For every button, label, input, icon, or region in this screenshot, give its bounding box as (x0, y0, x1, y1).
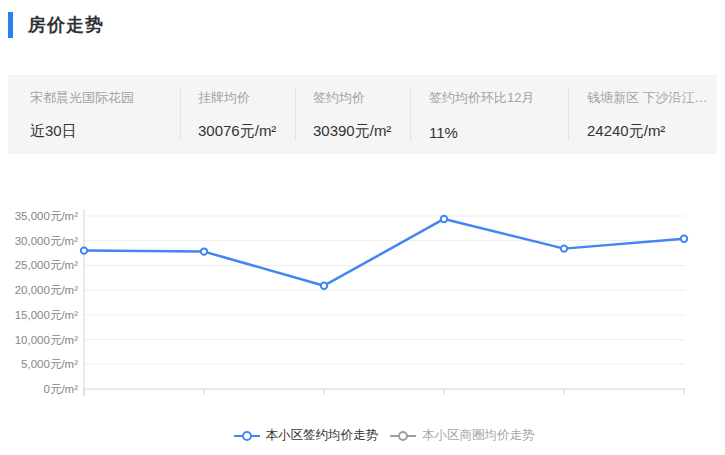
stat-label-listing-avg: 挂牌均价 (198, 89, 295, 107)
stat-community-period: 宋都晨光国际花园 近30日 (8, 89, 180, 141)
y-axis-tick-label: 20,000元/m² (15, 284, 78, 296)
price-trend-line-chart[interactable]: 0元/m²5,000元/m²10,000元/m²15,000元/m²20,000… (0, 195, 725, 410)
stat-value-period: 近30日 (30, 122, 180, 141)
legend-label-district-avg: 本小区商圈均价走势 (422, 427, 535, 444)
data-point-marker[interactable] (321, 282, 327, 288)
stat-mom-change: 签约均价环比12月 11% (410, 89, 568, 141)
legend-item-district-avg-trend[interactable]: 本小区商圈均价走势 (390, 427, 535, 444)
stat-label-signed-avg: 签约均价 (313, 89, 410, 107)
data-point-marker[interactable] (561, 245, 567, 251)
y-axis-tick-label: 25,000元/m² (15, 259, 78, 271)
stat-value-district-avg: 24240元/m² (587, 122, 717, 141)
section-header: 房价走势 (8, 12, 104, 38)
legend-dot (398, 431, 408, 441)
legend-item-signed-avg-trend[interactable]: 本小区签约均价走势 (234, 427, 379, 444)
legend-label-signed-avg: 本小区签约均价走势 (266, 427, 379, 444)
data-point-marker[interactable] (441, 216, 447, 222)
stat-label-district: 钱塘新区 下沙沿江… (587, 89, 717, 107)
stat-value-signed-avg: 30390元/m² (313, 122, 410, 141)
stat-label-mom-change: 签约均价环比12月 (429, 89, 568, 107)
y-axis-tick-label: 30,000元/m² (15, 235, 78, 247)
stat-district-avg-price: 钱塘新区 下沙沿江… 24240元/m² (568, 89, 717, 141)
y-axis-tick-label: 5,000元/m² (21, 358, 78, 370)
legend-dot (242, 431, 252, 441)
page-title: 房价走势 (28, 13, 104, 37)
chart-legend: 本小区签约均价走势 本小区商圈均价走势 (84, 427, 684, 444)
data-point-marker[interactable] (81, 247, 87, 253)
stat-value-mom-change: 11% (429, 124, 568, 141)
data-point-marker[interactable] (681, 236, 687, 242)
stat-label-community: 宋都晨光国际花园 (30, 89, 180, 107)
data-point-marker[interactable] (201, 248, 207, 254)
stat-value-listing-avg: 30076元/m² (198, 122, 295, 141)
title-accent-bar (8, 12, 13, 38)
line-circle-icon (234, 430, 260, 442)
y-axis-tick-label: 0元/m² (44, 383, 79, 395)
stat-signed-avg-price: 签约均价 30390元/m² (295, 89, 410, 141)
y-axis-tick-label: 15,000元/m² (15, 309, 78, 321)
y-axis-tick-label: 35,000元/m² (15, 210, 78, 222)
trend-line (84, 219, 684, 286)
y-axis-tick-label: 10,000元/m² (15, 334, 78, 346)
stats-bar: 宋都晨光国际花园 近30日 挂牌均价 30076元/m² 签约均价 30390元… (8, 75, 717, 154)
stat-listing-avg-price: 挂牌均价 30076元/m² (180, 89, 295, 141)
line-circle-icon (390, 430, 416, 442)
